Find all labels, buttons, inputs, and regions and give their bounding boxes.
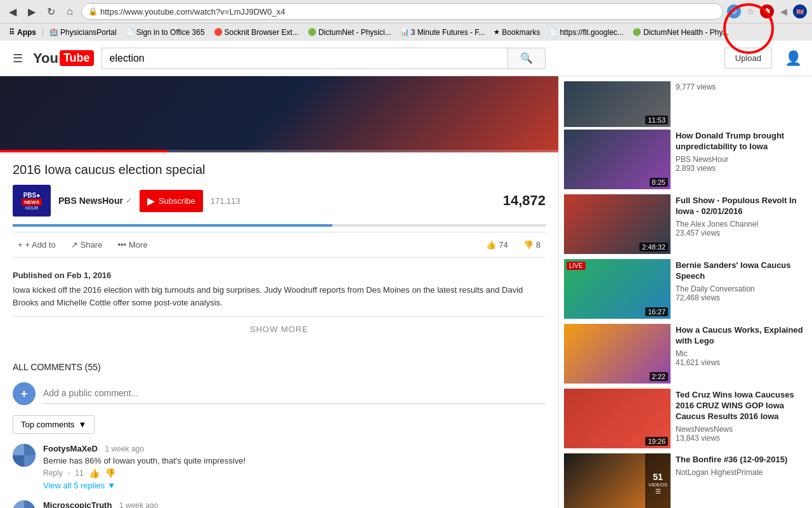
search-input[interactable]	[102, 48, 508, 69]
flag-icon[interactable]: 🇬🇧	[793, 4, 807, 18]
share-icon: ↗	[71, 240, 78, 250]
sidebar-channel: NewsNewsNews	[676, 425, 807, 434]
extension-icon[interactable]: ✱	[760, 4, 774, 18]
comment-username[interactable]: FootysMaXeD	[43, 444, 98, 453]
sort-button[interactable]: Top comments ▼	[13, 415, 95, 434]
sidebar-video-title: How Donald Trump brought unpredictabilit…	[676, 131, 807, 152]
back-button[interactable]: ◀	[5, 4, 20, 19]
sidebar: 11:53 9,777 views 8:25 How Donald Trump …	[558, 76, 812, 508]
more-dots-icon: •••	[117, 240, 126, 250]
bookmark-label: 3 Minute Futures - F...	[411, 28, 485, 37]
video-title: 2016 Iowa caucus election special	[13, 163, 546, 177]
more-button[interactable]: ••• More	[112, 237, 152, 252]
physicians-icon: 🏥	[49, 28, 58, 36]
star-icon[interactable]: ☆	[743, 4, 757, 18]
sidebar-channel: Mic	[676, 349, 807, 358]
sidebar-video-info: The Bonfire #36 (12-09-2015) NotLogan Hi…	[676, 453, 807, 508]
sidebar-video-item[interactable]: 11:53 9,777 views	[564, 81, 807, 127]
nav-bar: ◀ ▶ ↻ ⌂ 🔒 https://www.youtube.com/watch?…	[0, 0, 812, 23]
upload-button[interactable]: Upload	[724, 48, 772, 69]
home-button[interactable]: ⌂	[62, 4, 77, 19]
sidebar-video-item[interactable]: 2:22 How a Caucus Works, Explained with …	[564, 324, 807, 384]
bookmark-google[interactable]: 📄 https://flt.googlec...	[545, 27, 627, 38]
video-player[interactable]	[0, 76, 558, 152]
comment-input[interactable]	[43, 382, 546, 404]
google-icon: 📄	[549, 28, 558, 36]
bookmark-label: PhysiciansPortal	[60, 28, 117, 37]
sidebar-video-item[interactable]: 51 VIDEOS ☰ The Bonfire #36 (12-09-2015)…	[564, 453, 807, 508]
browser-toolbar-icons: ↻ ☆ ✱ ◀ 🇬🇧	[727, 4, 807, 18]
nav-icon[interactable]: ◀	[776, 4, 790, 18]
sidebar-video-info: How Donald Trump brought unpredictabilit…	[676, 130, 807, 189]
thumb-duration: 11:53	[645, 116, 668, 124]
add-icon: +	[18, 240, 23, 250]
sidebar-video-info: Bernie Sanders' Iowa Caucus Speech The D…	[676, 259, 807, 319]
chevron-down-icon: ▼	[107, 481, 115, 490]
bookmark-socknit[interactable]: 🔴 Socknit Browser Ext...	[210, 27, 303, 38]
thumb-duration: 16:27	[645, 307, 668, 316]
bookmark-dictumnet[interactable]: 🟢 DictumNet - Physici...	[304, 27, 395, 38]
show-more-button[interactable]: SHOW MORE	[13, 316, 546, 342]
channel-name[interactable]: PBS NewsHour	[58, 196, 123, 206]
sort-row: Top comments ▼	[13, 415, 546, 434]
avatar-grid	[13, 444, 36, 467]
dictumnet-icon: 🟢	[308, 28, 317, 36]
sidebar-video-item[interactable]: 2:48:32 Full Show - Populous Revolt In I…	[564, 194, 807, 254]
like-button[interactable]: 👍 74	[481, 237, 513, 252]
view-replies-button[interactable]: View all 5 replies ▼	[43, 481, 546, 490]
bookmark-label: Bookmarks	[502, 28, 540, 37]
comment-input-area: +	[13, 382, 546, 405]
avatar-cell	[13, 444, 24, 455]
sidebar-video-item[interactable]: 8:25 How Donald Trump brought unpredicta…	[564, 130, 807, 189]
youtube-logo[interactable]: You Tube	[33, 50, 94, 67]
comment-time: 1 week ago	[119, 501, 158, 508]
sidebar-video-title: Full Show - Populous Revolt In Iowa - 02…	[676, 196, 807, 217]
sidebar-video-info: How a Caucus Works, Explained with Lego …	[676, 324, 807, 384]
bookmark-office365[interactable]: 📄 Sign in to Office 365	[122, 27, 209, 38]
reply-button[interactable]: Reply	[43, 469, 63, 478]
comments-section: ALL COMMENTS (55) + Top comments ▼	[0, 352, 558, 508]
comment-username[interactable]: MicroscopicTruth	[43, 500, 112, 508]
comment-like-button[interactable]: 👍	[89, 468, 100, 478]
commenter-avatar	[13, 444, 36, 467]
channel-logo[interactable]: PBS● NEWS HOUR	[13, 185, 51, 217]
comment-actions: Reply • 11 👍 👎	[43, 468, 546, 478]
bookmark-futures[interactable]: 📊 3 Minute Futures - F...	[396, 27, 489, 38]
apps-bookmark[interactable]: ⠿ Apps	[5, 27, 40, 38]
forward-button[interactable]: ▶	[24, 4, 39, 19]
apps-icon: ⠿	[9, 28, 15, 37]
dislike-button[interactable]: 👎 8	[518, 237, 546, 252]
subscribe-label: Subscribe	[159, 196, 195, 206]
playlist-overlay: 51 VIDEOS ☰	[645, 453, 671, 508]
share-button[interactable]: ↗ Share	[66, 237, 108, 252]
logo-tube: Tube	[60, 50, 94, 66]
subscribe-button[interactable]: ▶ Subscribe	[140, 190, 203, 212]
reload-button[interactable]: ↻	[43, 4, 58, 19]
avatar-cell	[24, 500, 36, 508]
office-icon: 📄	[126, 28, 134, 36]
address-bar[interactable]: 🔒 https://www.youtube.com/watch?v=LmJJ9D…	[81, 3, 723, 20]
bookmark-label: DictumNet - Physici...	[318, 28, 391, 37]
user-avatar: +	[13, 382, 36, 405]
add-to-button[interactable]: + + Add to	[13, 237, 61, 252]
sidebar-video-item[interactable]: 19:26 Ted Cruz Wins Iowa Caucuses 2016 C…	[564, 389, 807, 448]
user-icon[interactable]: 👤	[785, 50, 802, 67]
sidebar-thumbnail: 51 VIDEOS ☰	[564, 453, 671, 508]
video-section: 2016 Iowa caucus election special PBS● N…	[0, 76, 558, 508]
bookmark-physicians[interactable]: 🏥 PhysiciansPortal	[46, 27, 121, 38]
video-progress-bar[interactable]	[0, 150, 558, 152]
bookmark-bookmarks[interactable]: ★ Bookmarks	[490, 27, 544, 38]
menu-icon[interactable]: ☰	[10, 49, 25, 68]
bookmark-separator	[43, 27, 43, 37]
sync-icon[interactable]: ↻	[727, 4, 741, 18]
youtube-header: ☰ You Tube 🔍 Upload 👤	[0, 41, 812, 76]
comment-text: Bernie has 86% of Iowan youth, that's qu…	[43, 456, 546, 465]
sidebar-views: 41,621 views	[676, 358, 807, 367]
bookmark-dictumhealth[interactable]: 🟢 DictumNet Health - Phy...	[629, 27, 732, 38]
avatar-grid	[13, 500, 36, 508]
sidebar-video-item[interactable]: LIVE 16:27 Bernie Sanders' Iowa Caucus S…	[564, 259, 807, 319]
action-dot: •	[68, 470, 70, 477]
view-count: 14,872	[503, 192, 546, 209]
search-button[interactable]: 🔍	[508, 48, 546, 69]
comment-dislike-button[interactable]: 👎	[105, 468, 115, 478]
